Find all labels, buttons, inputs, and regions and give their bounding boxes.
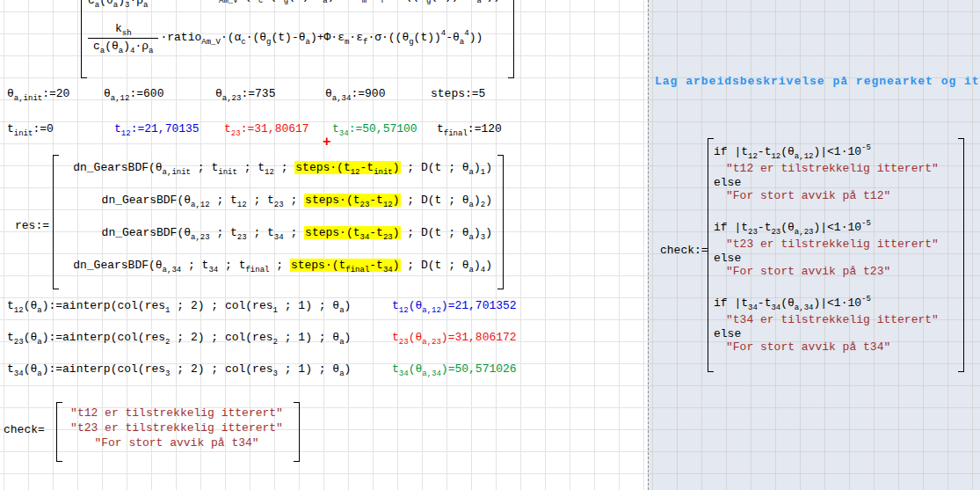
theta-def-a-init[interactable]: θa,init:=20 — [7, 88, 69, 101]
highlighted-term: steps·(tfinal-t34) — [290, 259, 401, 272]
check-result-label[interactable]: check= — [4, 424, 45, 437]
top-matrix-bracket-left — [81, 0, 87, 78]
math-expr: check= — [4, 423, 45, 436]
interp-result-t12[interactable]: t12(θa,12)=21,701352 — [392, 300, 517, 313]
interp-def-t23[interactable]: t23(θa):=ainterp(col(res2 ; 2) ; col(res… — [7, 332, 351, 345]
math-expr: ; D(t ; θa)4) — [401, 259, 492, 272]
then-string: "t23 er tilstrekkelig itterert" — [714, 238, 939, 252]
t-def-init[interactable]: tinit:=0 — [7, 123, 54, 136]
interp-def-t34[interactable]: t34(θa):=ainterp(col(res3 ; 2) ; col(res… — [7, 363, 351, 377]
math-expr: steps:=5 — [431, 87, 485, 100]
then-string: "t34 er tilstrekkelig itterert" — [714, 313, 939, 327]
else-string: "For stort avvik på t12" — [714, 189, 939, 203]
math-expr: t34(θa):=ainterp(col(res3 ; 2) ; col(res… — [7, 362, 351, 376]
else-keyword: else — [714, 327, 939, 340]
check-result-bracket-right — [294, 402, 300, 462]
theta-def-a-34[interactable]: θa,34:=900 — [325, 88, 385, 101]
else-keyword: else — [714, 176, 939, 189]
math-expr: dn_GearsBDF(θa,23 ; t23 ; t34 ; — [102, 226, 305, 239]
math-expr: t12:=21,70135 — [114, 122, 200, 135]
top-formula-row2[interactable]: ksh ca(θa)4·ρa ·ratioAm_V·(αc·(θg(t)-θa)… — [88, 23, 483, 54]
t-def-34[interactable]: t34:=50,57100 — [332, 123, 417, 136]
math-expr: tinit:=0 — [7, 122, 54, 135]
if-condition: if |t23-t23(θa,23)|<1·10-5 — [714, 215, 939, 235]
steps-def[interactable]: steps:=5 — [431, 88, 485, 101]
highlighted-term: steps·(t12-tinit) — [294, 161, 400, 174]
check-def-body[interactable]: if |t12-t12(θa,12)|<1·10-5 "t12 er tilst… — [714, 139, 939, 366]
math-expr: θa,34:=900 — [325, 87, 385, 100]
res-row-1[interactable]: dn_GearsBDF(θa,init ; tinit ; t12 ; step… — [73, 162, 492, 175]
res-row-2[interactable]: dn_GearsBDF(θa,12 ; t12 ; t23 ; steps·(t… — [102, 194, 492, 208]
highlighted-term: steps·(t23-t12) — [304, 194, 400, 207]
math-expr: dn_GearsBDF(θa,12 ; t12 ; t23 ; — [102, 194, 305, 207]
math-expr: dn_GearsBDF(θa,34 ; t34 ; tfinal ; — [73, 259, 290, 272]
theta-def-a-12[interactable]: θa,12:=600 — [104, 88, 163, 101]
interp-result-t23[interactable]: t23(θa,23)=31,806172 — [392, 332, 517, 345]
worksheet: ca(θa)3·ρa ratioAm_V·(αc·(θg(t)-θa)+Φ·εm… — [0, 0, 980, 490]
crosshair-cursor: + — [323, 135, 331, 150]
if-condition: if |t34-t34(θa,34)|<1·10-5 — [714, 290, 939, 311]
fraction-numerator: ksh — [88, 23, 158, 38]
if-condition: if |t12-t12(θa,12)|<1·10-5 — [714, 139, 939, 159]
res-matrix-bracket-left — [53, 155, 59, 289]
math-expr: t34:=50,57100 — [332, 122, 417, 135]
check-result-row: "t23 er tilstrekkelig itterert" — [60, 421, 294, 435]
top-formula-row1-left[interactable]: ca(θa)3·ρa — [88, 0, 148, 8]
check-result-row: "For stort avvik på t34" — [60, 435, 294, 450]
check-def-group-t12: if |t12-t12(θa,12)|<1·10-5 "t12 er tilst… — [714, 139, 939, 203]
worksheet-note[interactable]: Lag arbeidsbeskrivelse på regnearket og … — [655, 76, 980, 89]
check-def-label[interactable]: check:= — [660, 245, 708, 258]
note-text: Lag arbeidsbeskrivelse på regnearket og … — [655, 75, 980, 88]
crosshair-glyph: + — [323, 135, 331, 150]
math-expr: θa,23:=735 — [215, 87, 275, 100]
math-expr: θa,12:=600 — [104, 87, 163, 100]
math-expr: θa,init:=20 — [7, 87, 69, 100]
else-string: "For stort avvik på t23" — [714, 265, 939, 279]
math-expr: check:= — [660, 244, 708, 257]
else-string: "For stort avvik på t34" — [714, 340, 939, 355]
t-def-final[interactable]: tfinal:=120 — [437, 123, 502, 136]
math-expr: t23:=31,80617 — [224, 122, 309, 135]
fraction-denominator: ca(θa)4·ρa — [88, 38, 158, 54]
else-keyword: else — [714, 252, 939, 265]
math-expr: t23(θa,23)=31,806172 — [392, 331, 517, 344]
fraction: ksh ca(θa)4·ρa — [88, 23, 158, 54]
math-expr: ; D(t ; θa)2) — [401, 194, 492, 207]
check-result-row: "t12 er tilstrekkelig itterert" — [60, 406, 294, 421]
math-fragment: ·ratioAm_V·(αc·(θg(t)-θa)+Φ·εm·εf·σ·((θg… — [160, 32, 483, 45]
check-def-group-t23: if |t23-t23(θa,23)|<1·10-5 "t23 er tilst… — [714, 215, 939, 279]
highlighted-term: steps·(t34-t23) — [304, 226, 400, 239]
t-def-12[interactable]: t12:=21,70135 — [114, 123, 200, 136]
math-expr: ; D(t ; θa)1) — [401, 161, 492, 174]
math-expr: tfinal:=120 — [437, 122, 502, 135]
math-expr: t34(θa,34)=50,571026 — [392, 362, 517, 376]
math-fragment: ca(θa)3·ρa — [88, 0, 148, 7]
then-string: "t12 er tilstrekkelig itterert" — [714, 162, 939, 176]
t-def-23[interactable]: t23:=31,80617 — [224, 123, 309, 136]
interp-def-t12[interactable]: t12(θa):=ainterp(col(res1 ; 2) ; col(res… — [7, 300, 351, 313]
math-expr: t12(θa):=ainterp(col(res1 ; 2) ; col(res… — [7, 299, 351, 312]
top-matrix-bracket-right — [508, 0, 514, 78]
res-row-3[interactable]: dn_GearsBDF(θa,23 ; t23 ; t34 ; steps·(t… — [102, 227, 492, 240]
math-fragment: ratioAm_V·(αc·(θg(t)-θa)+Φ·εm·εf·σ·((θg(… — [185, 0, 500, 3]
math-expr: ; D(t ; θa)3) — [401, 226, 492, 239]
check-result-values[interactable]: "t12 er tilstrekkelig itterert" "t23 er … — [60, 406, 294, 450]
check-def-bracket-right — [958, 138, 964, 372]
res-matrix-bracket-right — [497, 155, 504, 289]
res-row-4[interactable]: dn_GearsBDF(θa,34 ; t34 ; tfinal ; steps… — [73, 260, 492, 273]
math-expr: res:= — [15, 219, 49, 232]
math-expr: t23(θa):=ainterp(col(res2 ; 2) ; col(res… — [7, 331, 351, 344]
interp-result-t34[interactable]: t34(θa,34)=50,571026 — [392, 363, 517, 377]
check-def-group-t34: if |t34-t34(θa,34)|<1·10-5 "t34 er tilst… — [714, 290, 939, 355]
check-def-bracket-left — [708, 138, 714, 372]
res-label[interactable]: res:= — [15, 220, 49, 233]
math-expr: dn_GearsBDF(θa,init ; tinit ; t12 ; — [73, 161, 294, 174]
math-expr: t12(θa,12)=21,701352 — [392, 299, 517, 312]
theta-def-a-23[interactable]: θa,23:=735 — [215, 88, 275, 101]
top-formula-row1-right[interactable]: ratioAm_V·(αc·(θg(t)-θa)+Φ·εm·εf·σ·((θg(… — [185, 0, 500, 4]
